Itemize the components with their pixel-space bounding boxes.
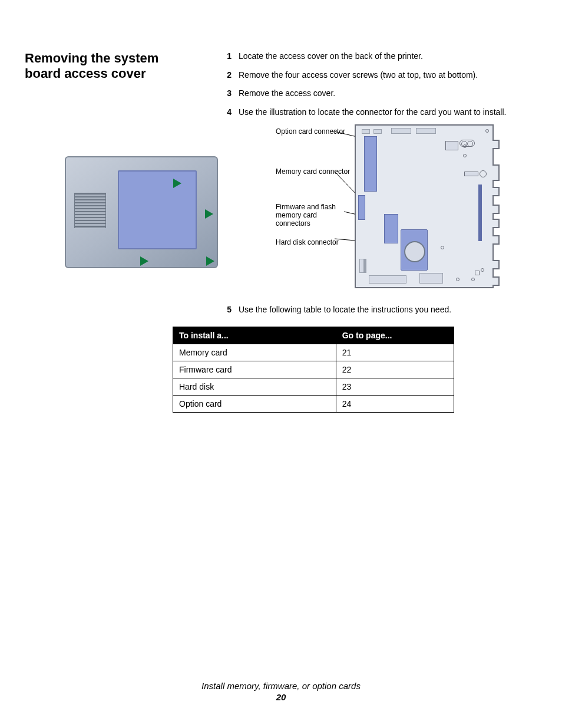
screw-arrow-icon	[140, 256, 148, 266]
step-text: Use the following table to locate the in…	[239, 304, 537, 316]
fan-icon	[404, 241, 425, 262]
memory-card-connector-icon	[358, 195, 365, 220]
step-number: 3	[219, 88, 232, 100]
table-cell: 21	[336, 344, 454, 361]
page-number: 20	[0, 692, 562, 702]
table-row: Option card 24	[173, 396, 454, 413]
page-footer: Install memory, firmware, or option card…	[0, 681, 562, 702]
reference-table: To install a... Go to page... Memory car…	[173, 327, 454, 413]
step-item: 5 Use the following table to locate the …	[219, 304, 537, 323]
option-card-connector-icon	[364, 136, 377, 192]
step-item: 2 Remove the four access cover screws (t…	[219, 70, 537, 81]
instruction-steps: 1 Locate the access cover on the back of…	[219, 51, 537, 125]
step-number: 5	[219, 304, 232, 316]
system-board-illustration	[355, 124, 494, 288]
label-option-card: Option card connector	[276, 128, 345, 136]
table-cell: 22	[336, 361, 454, 378]
printer-illustration	[65, 156, 218, 268]
step-item: 3 Remove the access cover.	[219, 88, 537, 100]
table-row: Firmware card 22	[173, 361, 454, 378]
step-text: Use the illustration to locate the conne…	[239, 107, 537, 118]
table-header: To install a...	[173, 327, 336, 344]
screw-arrow-icon	[173, 179, 181, 188]
step-number: 1	[219, 51, 232, 62]
table-cell: Firmware card	[173, 361, 336, 378]
firmware-connector-icon	[384, 214, 398, 243]
table-row: Memory card 21	[173, 344, 454, 361]
table-cell: Memory card	[173, 344, 336, 361]
jack-icon	[459, 140, 475, 147]
step-text: Remove the access cover.	[239, 88, 537, 100]
table-header: Go to page...	[336, 327, 454, 344]
label-hard-disk: Hard disk connector	[276, 239, 339, 247]
section-heading: Removing the system board access cover	[25, 51, 190, 81]
step-item: 4 Use the illustration to locate the con…	[219, 107, 537, 118]
table-cell: Option card	[173, 396, 336, 413]
step-text: Remove the four access cover screws (two…	[239, 70, 537, 81]
step-item: 1 Locate the access cover on the back of…	[219, 51, 537, 62]
vent-icon	[74, 193, 106, 228]
illustration-area: Option card connector Memory card connec…	[65, 121, 495, 292]
step-text: Locate the access cover on the back of t…	[239, 51, 537, 62]
label-firmware-flash: Firmware and flash memory card connector…	[276, 203, 352, 228]
step-number: 2	[219, 70, 232, 81]
table-cell: Hard disk	[173, 378, 336, 396]
table-cell: 23	[336, 378, 454, 396]
chapter-title: Install memory, firmware, or option card…	[0, 681, 562, 691]
document-page: Removing the system board access cover 1…	[0, 0, 562, 728]
table-cell: 24	[336, 396, 454, 413]
table-header-row: To install a... Go to page...	[173, 327, 454, 344]
screw-arrow-icon	[205, 209, 213, 219]
screw-arrow-icon	[206, 256, 214, 266]
label-memory-card: Memory card connector	[276, 168, 350, 176]
table-row: Hard disk 23	[173, 378, 454, 396]
step-number: 4	[219, 107, 232, 118]
